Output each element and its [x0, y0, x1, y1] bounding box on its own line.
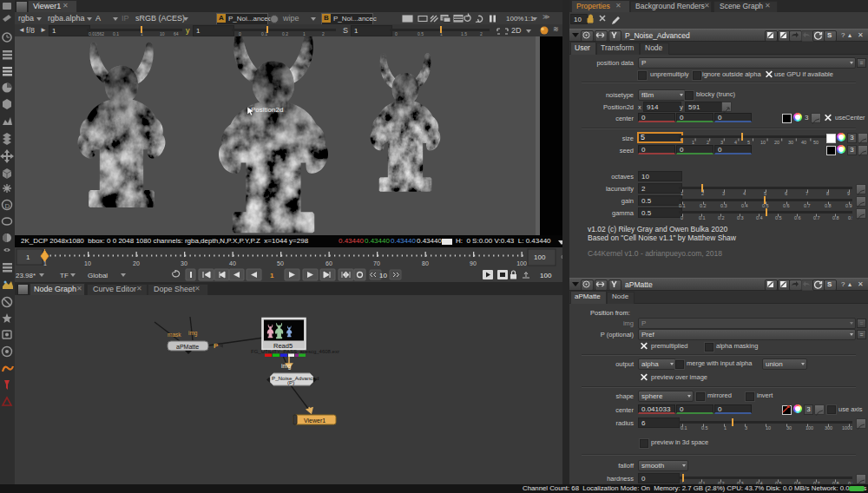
svg-text:70: 70	[373, 260, 380, 266]
svg-text:(P): (P)	[287, 379, 294, 385]
svg-text:23.98*: 23.98*	[16, 272, 36, 279]
svg-text:60: 60	[326, 260, 332, 266]
svg-text:10: 10	[379, 272, 387, 279]
svg-text:P_Noise_Advanced: P_Noise_Advanced	[272, 375, 319, 381]
svg-text:1000: 1000	[842, 425, 852, 430]
svg-text:3: 3	[720, 140, 723, 144]
svg-text:0.4: 0.4	[756, 215, 763, 220]
svg-text:img: img	[281, 363, 291, 370]
svg-text:TF: TF	[60, 272, 69, 279]
svg-text:0.1: 0.1	[681, 425, 687, 430]
svg-text:0.7: 0.7	[813, 215, 820, 220]
svg-text:10: 10	[84, 260, 91, 266]
svg-text:1: 1	[692, 140, 694, 144]
svg-text:100: 100	[534, 253, 546, 261]
svg-text:30: 30	[181, 260, 187, 266]
svg-text:0.9: 0.9	[848, 215, 852, 220]
svg-text:0.1: 0.1	[699, 215, 706, 220]
svg-text:Position2d: Position2d	[251, 106, 283, 114]
svg-text:10: 10	[760, 140, 766, 144]
svg-text:0.3: 0.3	[737, 215, 744, 220]
svg-text:30: 30	[786, 425, 792, 430]
svg-text:Global: Global	[88, 272, 108, 279]
svg-text:100%: 100%	[506, 15, 523, 23]
svg-text:40: 40	[801, 140, 806, 144]
svg-text:1: 1	[26, 253, 30, 261]
svg-text:0: 0	[681, 215, 683, 220]
svg-text:4: 4	[734, 140, 737, 144]
svg-text:50: 50	[277, 260, 284, 266]
svg-text:3: 3	[745, 425, 747, 430]
svg-text:300: 300	[825, 425, 832, 430]
svg-text:20: 20	[133, 260, 140, 266]
svg-text:0.8: 0.8	[832, 215, 839, 220]
svg-text:5: 5	[747, 140, 750, 144]
svg-text:0.2: 0.2	[718, 215, 725, 220]
svg-text:1: 1	[43, 260, 47, 266]
svg-text:20: 20	[774, 140, 779, 144]
svg-text:90: 90	[470, 260, 477, 266]
svg-text:1: 1	[270, 272, 274, 279]
svg-text:0.5: 0.5	[701, 425, 708, 430]
svg-text:10: 10	[766, 425, 771, 430]
svg-text:100: 100	[516, 260, 527, 266]
svg-text:0.6: 0.6	[794, 215, 801, 220]
svg-text:100: 100	[540, 272, 552, 279]
svg-text:mask: mask	[168, 332, 181, 338]
svg-text:30: 30	[788, 140, 793, 144]
svg-text:2: 2	[707, 140, 709, 144]
svg-text:1: 1	[724, 425, 727, 430]
svg-text:40: 40	[229, 260, 236, 266]
svg-text:Viewer1: Viewer1	[304, 417, 326, 424]
svg-text:aPMatte: aPMatte	[176, 344, 199, 350]
svg-text:80: 80	[422, 260, 429, 266]
svg-text:img: img	[188, 330, 198, 337]
svg-text:0.5: 0.5	[775, 215, 782, 220]
svg-text:100: 100	[806, 425, 813, 430]
svg-text:P: P	[214, 342, 219, 350]
svg-text:50: 50	[813, 140, 819, 144]
svg-text:FG_UTILITY_PASS_acescg_4608.ex: FG_UTILITY_PASS_acescg_4608.exr	[251, 349, 339, 354]
svg-text:D: D	[5, 202, 10, 210]
